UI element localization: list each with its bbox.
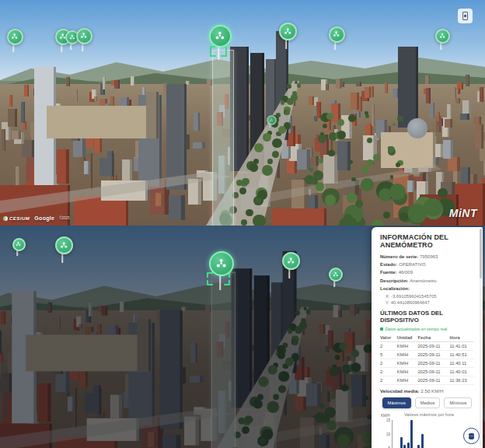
scene-shape (355, 200, 363, 208)
sensor-marker[interactable] (329, 26, 342, 40)
chart-bar (403, 445, 406, 448)
table-body: 2KM/H2025-09-1111:41:015KM/H2025-09-1111… (380, 341, 474, 384)
table-cell: 2025-09-11 (417, 376, 449, 384)
table-row: 2KM/H2025-09-1111:40:11 (380, 359, 474, 367)
section-title-latest-data: ÚLTIMOS DATOS DEL DISPOSITIVO (380, 310, 474, 324)
scene-shape (337, 131, 346, 139)
device-fields: Número de serie:7950963Estado:OPERATIVOF… (380, 254, 474, 292)
table-cell: 2025-09-11 (417, 359, 449, 367)
table-cell: KM/H (397, 341, 418, 350)
table-header: Fecha (417, 334, 449, 342)
table-header: Unidad (397, 334, 418, 342)
table-cell: KM/H (397, 359, 418, 367)
marker-bubble (267, 115, 277, 125)
map-widget-button[interactable] (458, 9, 473, 23)
sensor-marker[interactable] (279, 23, 294, 37)
y-tick: 15 (381, 418, 390, 422)
marker-bubble (7, 29, 23, 45)
map-view-top[interactable]: CESIUM Google ©2025 MiNT (0, 0, 485, 226)
scene-shape (361, 166, 368, 173)
y-axis-label: KM/H (381, 414, 389, 418)
panel-title: INFORMACIÓN DEL ANEMÓMETRO (380, 233, 474, 249)
location-y: Y: 40.4410860964647 (386, 300, 474, 305)
sensor-marker[interactable] (76, 28, 89, 41)
average-speed-label: Velocidad media: (380, 388, 420, 394)
tab-máximos[interactable]: Máximos (382, 397, 411, 408)
map-view-bottom[interactable]: INFORMACIÓN DEL ANEMÓMETRO Número de ser… (0, 226, 485, 448)
chart-bar (421, 434, 424, 448)
sensor-marker[interactable] (7, 29, 20, 42)
scene-shape (253, 215, 266, 226)
scene-shape (287, 84, 291, 89)
scene-shape (388, 146, 395, 153)
chat-bubble-icon: ··· (469, 433, 475, 439)
marker-bubble (76, 28, 92, 44)
table-cell: 2 (380, 367, 397, 376)
anemometer-icon (16, 241, 21, 247)
sensor-marker[interactable] (65, 30, 76, 41)
device-field: Estado:OPERATIVO (380, 262, 474, 268)
scene-shape (242, 178, 249, 185)
panel-scrollbar[interactable] (480, 229, 483, 446)
table-header: Hora (450, 334, 474, 342)
scene-shape (272, 138, 281, 148)
scene-shape (236, 180, 242, 186)
marker-bubble (329, 26, 345, 43)
scrollbar-thumb[interactable] (480, 229, 483, 278)
live-dot-icon (380, 327, 383, 331)
sensor-marker[interactable] (12, 238, 23, 248)
y-tick: 10 (381, 432, 390, 436)
table-cell: 2 (380, 359, 397, 367)
layers-icon (462, 12, 468, 20)
scene-shape (365, 111, 368, 115)
table-row: 2KM/H2025-09-1111:36:23 (380, 376, 474, 384)
tab-medios[interactable]: Medios (415, 397, 441, 408)
scene-shape (246, 209, 253, 217)
scene-shape (249, 163, 258, 172)
chart-bar (407, 443, 410, 448)
scene-shape (361, 178, 374, 191)
latest-data-table: ValorUnidadFechaHora 2KM/H2025-09-1111:4… (380, 334, 474, 385)
scene-shape (291, 94, 297, 100)
chat-fab-button[interactable]: ··· (463, 428, 480, 444)
chart-bar (410, 420, 413, 448)
device-field: Descripción:Anemómetro (380, 278, 474, 284)
live-status: Datos actualizados en tiempo real (380, 327, 474, 331)
scene-shape (367, 138, 372, 143)
table-cell: 2 (380, 376, 397, 384)
table-header-row: ValorUnidadFechaHora (380, 334, 474, 342)
table-cell: KM/H (397, 350, 418, 359)
chart-mode-tabs: MáximosMediosMínimos (380, 397, 474, 408)
table-row: 2KM/H2025-09-1111:40:01 (380, 367, 474, 376)
anemometer-icon (333, 271, 339, 278)
chart-bar (417, 445, 420, 448)
table-cell: 2025-09-11 (417, 367, 449, 376)
sensor-marker-selected[interactable] (209, 251, 231, 273)
live-status-label: Datos actualizados en tiempo real (386, 327, 448, 331)
sensor-marker[interactable] (329, 268, 340, 278)
sensor-marker-selected[interactable] (209, 25, 229, 44)
table-cell: 5 (380, 350, 397, 359)
scene-shape (349, 160, 353, 164)
scene-shape (263, 133, 271, 142)
sensor-marker[interactable] (55, 236, 70, 251)
tab-mínimos[interactable]: Mínimos (444, 397, 472, 408)
scene-shape (272, 151, 279, 158)
sensor-marker[interactable] (267, 115, 274, 122)
attribution-text: ©2025 (59, 216, 69, 220)
table-cell: 11:40:11 (450, 359, 474, 367)
hourly-chart: Valores máximos por hora KM/H 051015 012… (380, 412, 478, 448)
marker-bubble (12, 238, 26, 251)
device-field: Número de serie:7950963 (380, 254, 474, 260)
table-row: 5KM/H2025-09-1111:40:51 (380, 350, 474, 359)
marker-bubble (209, 251, 234, 276)
map-attribution: CESIUM Google ©2025 (3, 215, 70, 221)
scene-shape (267, 159, 273, 164)
chart-title: Valores máximos por hora (380, 412, 478, 417)
anemometer-icon (333, 30, 340, 37)
sensor-marker[interactable] (282, 252, 297, 267)
marker-bubble (279, 23, 297, 40)
device-field: Fuente:46/009 (380, 270, 474, 275)
mint-logo: MiNT (449, 207, 477, 219)
sensor-marker[interactable] (435, 29, 447, 40)
